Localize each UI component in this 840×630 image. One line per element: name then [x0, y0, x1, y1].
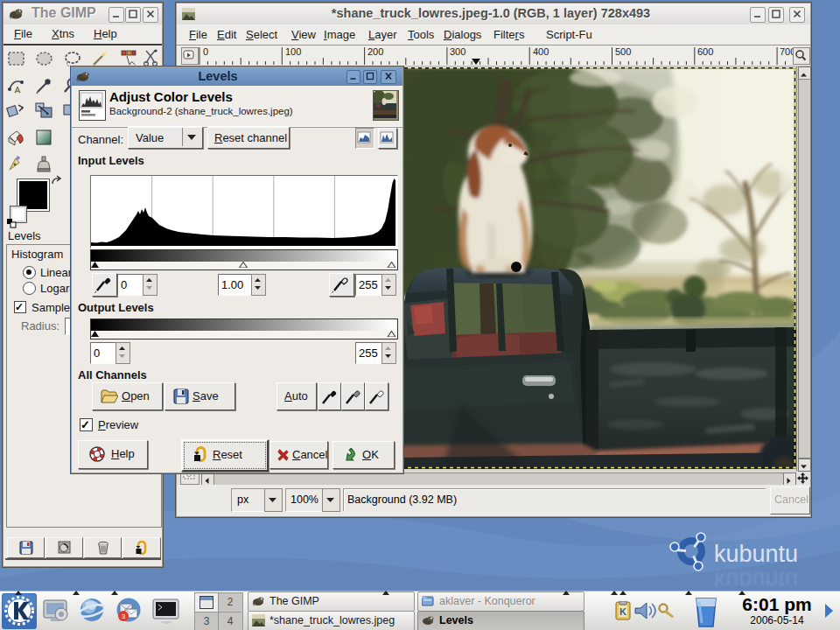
svg-text:kubuntu: kubuntu [714, 567, 798, 586]
svg-text:K: K [620, 606, 626, 617]
svg-text:300: 300 [450, 46, 466, 57]
svg-text:400: 400 [533, 46, 549, 57]
svg-text:100: 100 [285, 46, 301, 57]
svg-text:0: 0 [203, 46, 208, 57]
svg-text:600: 600 [697, 46, 713, 57]
svg-text:3: 3 [122, 612, 126, 620]
svg-text:kubuntu: kubuntu [714, 541, 798, 567]
svg-text:500: 500 [615, 46, 631, 57]
svg-text:200: 200 [368, 46, 383, 57]
